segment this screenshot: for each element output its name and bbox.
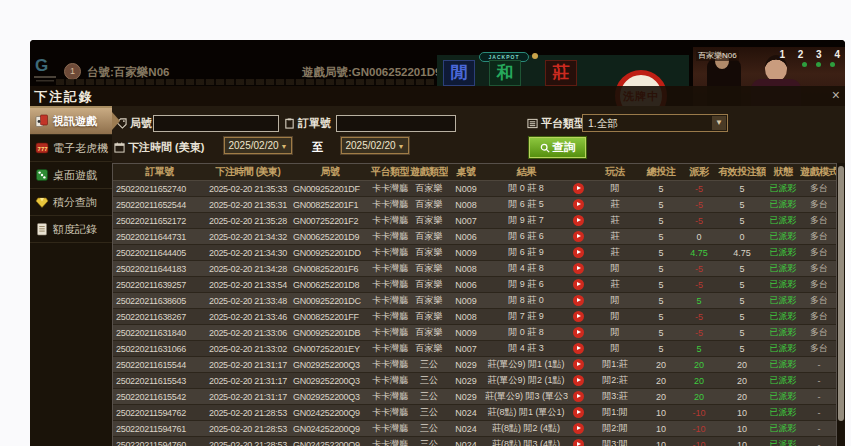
player-bet-box: 閒 — [443, 60, 475, 86]
dice-icon — [35, 168, 49, 182]
play-video-icon[interactable] — [573, 375, 584, 386]
cell-platform: 卡卡灣廳 — [370, 213, 410, 229]
play-video-icon[interactable] — [573, 295, 584, 306]
clipboard-icon — [284, 118, 295, 129]
cell-table: N006 — [448, 277, 484, 293]
cell-result: 閒 4 莊 3 — [484, 341, 568, 357]
cell-valid: 10 — [718, 437, 766, 446]
cell-status: 已派彩 — [766, 261, 800, 277]
cell-order: 250220211652172 — [113, 213, 206, 229]
cell-round: GN008252201F1 — [290, 197, 370, 213]
cell-order: 250220211639257 — [113, 277, 206, 293]
cell-payout: 5 — [680, 293, 718, 309]
search-button[interactable]: 查詢 — [529, 137, 586, 158]
sidebar-item-points[interactable]: 積分查詢 — [30, 189, 112, 216]
cell-total: 5 — [642, 213, 680, 229]
sidebar-item-video-games[interactable]: 視訊遊戲 — [30, 108, 112, 135]
play-cell — [568, 389, 588, 405]
cell-game: 三公 — [410, 405, 448, 421]
column-header: 派彩 — [680, 164, 718, 181]
date-to-select[interactable]: 2025/02/20▼ — [341, 137, 409, 154]
play-video-icon[interactable] — [573, 263, 584, 274]
cell-order: 250220211615544 — [113, 357, 206, 373]
platform-select[interactable]: 1.全部 ▼ — [582, 114, 728, 132]
cell-order: 250220211594762 — [113, 405, 206, 421]
round-input[interactable] — [153, 115, 279, 132]
play-video-icon[interactable] — [573, 439, 584, 446]
play-video-icon[interactable] — [573, 327, 584, 338]
order-input[interactable] — [336, 115, 456, 132]
filter-bar: 局號 訂單號 平台類型 1.全部 ▼ — [112, 106, 845, 163]
scrollbar-thumb[interactable] — [838, 166, 844, 421]
sidebar-item-slots[interactable]: 777 電子老虎機 — [30, 135, 112, 162]
cell-table: N024 — [448, 405, 484, 421]
cell-order: 250220211652544 — [113, 197, 206, 213]
cell-payout: 20 — [680, 389, 718, 405]
sidebar: 視訊遊戲 777 電子老虎機 — [30, 106, 112, 446]
play-video-icon[interactable] — [573, 343, 584, 354]
play-cell — [568, 261, 588, 277]
cell-result: 莊(單公9) 閒1 (1點) — [484, 357, 568, 373]
cell-status: 已派彩 — [766, 293, 800, 309]
casino-logo-icon: G — [32, 52, 58, 84]
calendar-icon — [114, 142, 125, 153]
table-row: 2502202116441832025-02-20 21:34:28GN0082… — [113, 261, 837, 277]
cell-game: 百家樂 — [410, 245, 448, 261]
records-table-body: 2502202116527402025-02-20 21:35:33GN0092… — [113, 181, 837, 446]
play-cell — [568, 405, 588, 421]
cell-method: 莊 — [588, 277, 642, 293]
bead-road-numbers: 1 2 3 4 — [779, 49, 845, 60]
cell-mode: 多台 — [800, 325, 837, 341]
play-video-icon[interactable] — [573, 215, 584, 226]
cell-table: N008 — [448, 197, 484, 213]
play-video-icon[interactable] — [573, 231, 584, 242]
play-cell — [568, 213, 588, 229]
cell-valid: 5 — [718, 277, 766, 293]
gem-icon — [35, 195, 49, 209]
play-video-icon[interactable] — [573, 423, 584, 434]
play-cell — [568, 197, 588, 213]
cell-result: 莊(單公9) 閒3 (單公3) — [484, 389, 568, 405]
cell-time: 2025-02-20 21:28:53 — [206, 437, 290, 446]
cell-payout: -5 — [680, 309, 718, 325]
cell-platform: 卡卡灣廳 — [370, 373, 410, 389]
cell-total: 5 — [642, 229, 680, 245]
cell-payout: -5 — [680, 261, 718, 277]
cell-order: 250220211594760 — [113, 437, 206, 446]
cell-table: N006 — [448, 229, 484, 245]
cell-mode: - — [800, 389, 837, 405]
cell-payout: -10 — [680, 405, 718, 421]
cell-payout: 5 — [680, 341, 718, 357]
play-video-icon[interactable] — [573, 279, 584, 290]
column-header: 玩法 — [588, 164, 642, 181]
play-video-icon[interactable] — [573, 359, 584, 370]
chevron-down-icon: ▼ — [398, 143, 405, 150]
cell-round: GN024252200Q9 — [290, 421, 370, 437]
close-icon[interactable]: × — [832, 87, 840, 103]
order-filter-label: 訂單號 — [284, 116, 331, 131]
play-video-icon[interactable] — [573, 247, 584, 258]
cell-mode: 多台 — [800, 245, 837, 261]
play-video-icon[interactable] — [573, 311, 584, 322]
sidebar-item-quota-records[interactable]: 額度記錄 — [30, 216, 112, 243]
play-video-icon[interactable] — [573, 183, 584, 194]
cell-round: GN024252200Q9 — [290, 437, 370, 446]
cell-result: 閒 6 莊 9 — [484, 245, 568, 261]
date-from-select[interactable]: 2025/02/20▼ — [224, 137, 292, 154]
cell-round: GN008252201FF — [290, 309, 370, 325]
play-video-icon[interactable] — [573, 407, 584, 418]
play-video-icon[interactable] — [573, 391, 584, 402]
cell-method: 閒2:閒 — [588, 421, 642, 437]
modal-body: 視訊遊戲 777 電子老虎機 — [30, 106, 845, 446]
cell-status: 已派彩 — [766, 181, 800, 197]
game-round-label: 遊戲局號:GN006252201D9 — [302, 65, 441, 80]
scrollbar-track[interactable] — [837, 163, 845, 446]
cell-game: 百家樂 — [410, 261, 448, 277]
play-cell — [568, 245, 588, 261]
sidebar-item-table-games[interactable]: 桌面遊戲 — [30, 162, 112, 189]
cell-status: 已派彩 — [766, 309, 800, 325]
cell-platform: 卡卡灣廳 — [370, 341, 410, 357]
play-video-icon[interactable] — [573, 199, 584, 210]
cell-method: 閒1:莊 — [588, 357, 642, 373]
cell-time: 2025-02-20 21:33:54 — [206, 277, 290, 293]
